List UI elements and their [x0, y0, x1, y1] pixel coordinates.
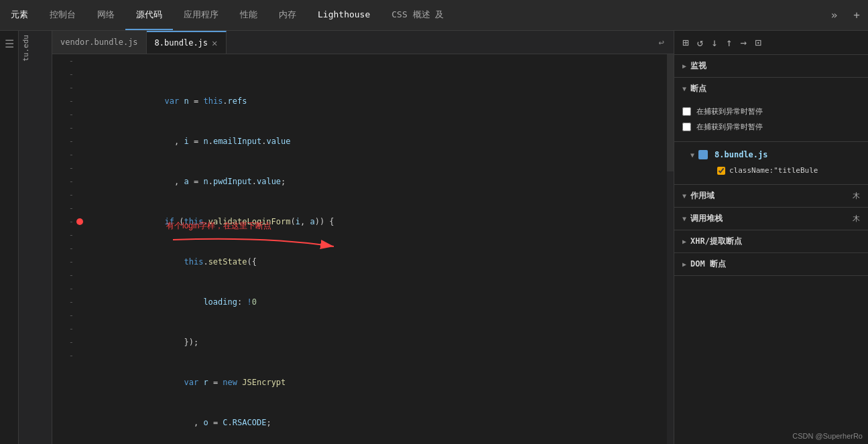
code-line-6: loading: !0	[84, 282, 674, 295]
section-breakpoints-header[interactable]: ▼ 断点	[674, 78, 868, 100]
code-line-1: var n = this.refs	[84, 81, 674, 94]
nav-performance[interactable]: 性能	[229, 0, 268, 30]
nav-css-overview[interactable]: CSS 概述 及	[381, 0, 454, 30]
panel-tool-refresh[interactable]: ↺	[697, 36, 704, 49]
nav-add-tab-button[interactable]: +	[845, 0, 868, 30]
main-layout: ☰ tu.edu vendor.bundle.js 8.bundle.js ✕ …	[0, 31, 868, 444]
ln-21: -	[52, 322, 74, 336]
section-dom-header[interactable]: ▶ DOM 断点	[674, 253, 868, 275]
bp-row-1: 在捕获到异常时暂停	[682, 104, 860, 119]
code-line-9: , o = C.RSACODE;	[84, 402, 674, 416]
ln-10: -	[52, 175, 74, 188]
tab-8-bundle[interactable]: 8.bundle.js ✕	[147, 31, 227, 54]
bp-label-1: 在捕获到异常时暂停	[696, 106, 763, 117]
tab-close-icon[interactable]: ✕	[212, 38, 217, 48]
tab-8bundle-label: 8.bundle.js	[155, 38, 208, 48]
ln-7: -	[52, 135, 74, 148]
callstack-note: 木	[853, 214, 860, 224]
bp-checkbox-2[interactable]	[682, 123, 691, 131]
section-xhr: ▶ XHR/提取断点	[674, 230, 868, 253]
breakpoints-arrow-icon: ▼	[682, 85, 686, 92]
callstack-title: 调用堆栈	[690, 213, 723, 224]
top-nav: 元素 控制台 网络 源代码 应用程序 性能 内存 Lighthouse CSS …	[0, 0, 868, 31]
code-line-4: if (this.validateLoginForm(i, a)) {	[84, 202, 674, 215]
nav-application[interactable]: 应用程序	[173, 0, 229, 30]
section-bundle-file: ▼ 8.bundle.js className:"titleBule	[674, 142, 868, 185]
ln-19: -	[52, 295, 74, 309]
panel-tools: ⊞ ↺ ↓ ↑ → ⊡	[682, 36, 761, 49]
nav-network[interactable]: 网络	[86, 0, 125, 30]
section-watch-header[interactable]: ▶ 监视	[674, 55, 868, 77]
code-line-2: , i = n.emailInput.value	[84, 121, 674, 135]
cursor-area	[227, 31, 649, 54]
section-callstack-header[interactable]: ▼ 调用堆栈 木	[674, 208, 868, 230]
minimap-thumb[interactable]	[667, 54, 674, 171]
watch-title: 监视	[690, 60, 706, 72]
bundle-prop-text: className:"titleBule	[729, 166, 818, 175]
line-numbers: - - - - - - - - - - - - - - - - -	[52, 54, 79, 444]
bundle-file-icon	[698, 150, 708, 159]
scope-note: 木	[853, 191, 860, 201]
nav-console[interactable]: 控制台	[39, 0, 86, 30]
code-content: - - - - - - - - - - - - - - - - -	[52, 54, 674, 444]
xhr-title: XHR/提取断点	[690, 236, 742, 247]
ln-14: -	[52, 228, 74, 242]
section-xhr-header[interactable]: ▶ XHR/提取断点	[674, 230, 868, 252]
nav-lighthouse[interactable]: Lighthouse	[307, 0, 381, 30]
code-area: vendor.bundle.js 8.bundle.js ✕ ↩ - - -	[52, 31, 674, 444]
tab-vendor-bundle[interactable]: vendor.bundle.js	[52, 31, 147, 54]
ln-13: -	[52, 215, 74, 228]
minimap	[667, 54, 674, 444]
ln-23: -	[52, 349, 74, 362]
nav-sources[interactable]: 源代码	[125, 0, 173, 30]
panel-tool-layout[interactable]: ⊞	[682, 36, 689, 49]
nav-memory[interactable]: 内存	[268, 0, 307, 30]
bundle-file-name: 8.bundle.js	[715, 150, 767, 159]
code-line-5: this.setState({	[84, 242, 674, 255]
ln-15: -	[52, 242, 74, 255]
tab-action-back[interactable]: ↩	[655, 37, 668, 48]
breakpoints-title: 断点	[690, 83, 706, 94]
ln-5: -	[52, 108, 74, 121]
bundle-prop-row: className:"titleBule	[696, 165, 860, 179]
tab-actions: ↩	[649, 31, 674, 54]
xhr-arrow-icon: ▶	[682, 238, 686, 245]
nav-more-button[interactable]: »	[823, 0, 846, 30]
ln-9: -	[52, 161, 74, 175]
bp-row-2: 在捕获到异常时暂停	[682, 119, 860, 135]
breakpoints-content: 在捕获到异常时暂停 在捕获到异常时暂停	[674, 100, 868, 141]
nav-elements[interactable]: 元素	[0, 0, 39, 30]
sidebar-toggle-icon[interactable]: ☰	[3, 38, 16, 51]
section-callstack: ▼ 调用堆栈 木	[674, 208, 868, 230]
dom-title: DOM 断点	[690, 258, 726, 270]
watch-arrow-icon: ▶	[682, 62, 686, 70]
panel-tool-step-over[interactable]: ↓	[711, 36, 718, 49]
panel-tool-deactivate[interactable]: ⊡	[755, 36, 761, 49]
code-scroll[interactable]: - - - - - - - - - - - - - - - - -	[52, 54, 674, 444]
ln-22: -	[52, 336, 74, 349]
left-sidebar: ☰	[0, 31, 19, 444]
ln-16: -	[52, 255, 74, 269]
ln-11: -	[52, 188, 74, 202]
panel-tool-step-into[interactable]: ↑	[726, 36, 733, 49]
section-scope-header[interactable]: ▼ 作用域 木	[674, 185, 868, 207]
ln-12: -	[52, 202, 74, 215]
scope-arrow-icon: ▼	[682, 192, 686, 200]
code-line-7: });	[84, 322, 674, 336]
panel-header: ⊞ ↺ ↓ ↑ → ⊡	[674, 31, 868, 55]
ln-20: -	[52, 309, 74, 322]
code-line-3: , a = n.pwdInput.value;	[84, 161, 674, 175]
tab-vendor-label: vendor.bundle.js	[60, 38, 138, 47]
section-scope: ▼ 作用域 木	[674, 185, 868, 208]
section-breakpoints: ▼ 断点 在捕获到异常时暂停 在捕获到异常时暂停	[674, 78, 868, 142]
ln-4: -	[52, 94, 74, 108]
right-panel: ⊞ ↺ ↓ ↑ → ⊡ ▶ 监视 ▼ 断点 在捕	[674, 31, 868, 444]
ln-17: -	[52, 269, 74, 282]
bundle-file-header[interactable]: ▼ 8.bundle.js	[682, 145, 860, 165]
panel-tool-step-out[interactable]: →	[741, 36, 747, 49]
ln-1: -	[52, 54, 74, 68]
bp-checkbox-1[interactable]	[682, 107, 691, 116]
ln-8: -	[52, 148, 74, 161]
bundle-prop-checkbox[interactable]	[717, 167, 725, 175]
bp-label-2: 在捕获到异常时暂停	[696, 122, 763, 132]
